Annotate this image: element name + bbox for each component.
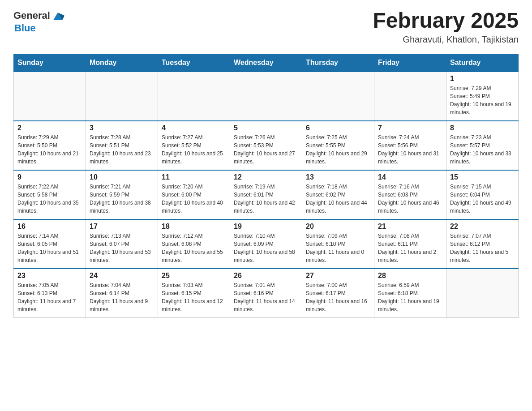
calendar-cell: 10Sunrise: 7:21 AMSunset: 5:59 PMDayligh…: [86, 170, 158, 219]
week-row-3: 9Sunrise: 7:22 AMSunset: 5:58 PMDaylight…: [14, 170, 519, 219]
day-info: Sunrise: 7:26 AMSunset: 5:53 PMDaylight:…: [234, 133, 298, 166]
calendar-cell: 7Sunrise: 7:24 AMSunset: 5:56 PMDaylight…: [374, 121, 446, 170]
day-number: 9: [17, 173, 82, 181]
calendar-cell: 15Sunrise: 7:15 AMSunset: 6:04 PMDayligh…: [446, 170, 519, 219]
day-number: 24: [90, 272, 154, 280]
week-row-4: 16Sunrise: 7:14 AMSunset: 6:05 PMDayligh…: [14, 219, 519, 269]
day-info: Sunrise: 7:20 AMSunset: 6:00 PMDaylight:…: [162, 183, 226, 215]
day-info: Sunrise: 7:29 AMSunset: 5:50 PMDaylight:…: [17, 133, 82, 166]
day-info: Sunrise: 7:09 AMSunset: 6:10 PMDaylight:…: [306, 232, 370, 264]
day-number: 14: [378, 173, 442, 181]
calendar-cell: 2Sunrise: 7:29 AMSunset: 5:50 PMDaylight…: [14, 121, 86, 170]
day-number: 2: [17, 124, 82, 132]
calendar-cell: [14, 72, 86, 121]
calendar-cell: 20Sunrise: 7:09 AMSunset: 6:10 PMDayligh…: [302, 219, 374, 269]
day-info: Sunrise: 7:23 AMSunset: 5:57 PMDaylight:…: [450, 133, 515, 166]
calendar-cell: 24Sunrise: 7:04 AMSunset: 6:14 PMDayligh…: [86, 269, 158, 318]
day-info: Sunrise: 7:27 AMSunset: 5:52 PMDaylight:…: [162, 133, 226, 166]
day-info: Sunrise: 7:00 AMSunset: 6:17 PMDaylight:…: [306, 281, 370, 313]
day-number: 20: [306, 223, 370, 231]
day-info: Sunrise: 7:21 AMSunset: 5:59 PMDaylight:…: [90, 183, 154, 215]
day-info: Sunrise: 7:07 AMSunset: 6:12 PMDaylight:…: [450, 232, 515, 264]
day-info: Sunrise: 7:15 AMSunset: 6:04 PMDaylight:…: [450, 183, 515, 215]
day-info: Sunrise: 6:59 AMSunset: 6:18 PMDaylight:…: [378, 281, 442, 313]
calendar-cell: 1Sunrise: 7:29 AMSunset: 5:49 PMDaylight…: [446, 72, 519, 121]
calendar-cell: 25Sunrise: 7:03 AMSunset: 6:15 PMDayligh…: [158, 269, 230, 318]
day-number: 13: [306, 173, 370, 181]
calendar-table: SundayMondayTuesdayWednesdayThursdayFrid…: [13, 54, 519, 318]
day-info: Sunrise: 7:22 AMSunset: 5:58 PMDaylight:…: [17, 183, 82, 215]
calendar-cell: 27Sunrise: 7:00 AMSunset: 6:17 PMDayligh…: [302, 269, 374, 318]
day-info: Sunrise: 7:10 AMSunset: 6:09 PMDaylight:…: [234, 232, 298, 264]
day-number: 8: [450, 124, 515, 132]
calendar-cell: 16Sunrise: 7:14 AMSunset: 6:05 PMDayligh…: [14, 219, 86, 269]
calendar-cell: 12Sunrise: 7:19 AMSunset: 6:01 PMDayligh…: [230, 170, 302, 219]
calendar-cell: [86, 72, 158, 121]
day-number: 18: [162, 223, 226, 231]
day-number: 12: [234, 173, 298, 181]
month-title: February 2025: [373, 9, 519, 33]
day-number: 17: [90, 223, 154, 231]
column-header-sunday: Sunday: [14, 54, 86, 72]
day-info: Sunrise: 7:04 AMSunset: 6:14 PMDaylight:…: [90, 281, 154, 313]
calendar-cell: 17Sunrise: 7:13 AMSunset: 6:07 PMDayligh…: [86, 219, 158, 269]
day-number: 16: [17, 223, 82, 231]
day-info: Sunrise: 7:05 AMSunset: 6:13 PMDaylight:…: [17, 281, 82, 313]
calendar-cell: [374, 72, 446, 121]
day-number: 22: [450, 223, 515, 231]
day-info: Sunrise: 7:01 AMSunset: 6:16 PMDaylight:…: [234, 281, 298, 313]
calendar-cell: 11Sunrise: 7:20 AMSunset: 6:00 PMDayligh…: [158, 170, 230, 219]
day-info: Sunrise: 7:08 AMSunset: 6:11 PMDaylight:…: [378, 232, 442, 264]
column-header-wednesday: Wednesday: [230, 54, 302, 72]
calendar-header-row: SundayMondayTuesdayWednesdayThursdayFrid…: [14, 54, 519, 72]
day-info: Sunrise: 7:24 AMSunset: 5:56 PMDaylight:…: [378, 133, 442, 166]
calendar-cell: [446, 269, 519, 318]
week-row-1: 1Sunrise: 7:29 AMSunset: 5:49 PMDaylight…: [14, 72, 519, 121]
calendar-cell: [158, 72, 230, 121]
location-title: Gharavuti, Khatlon, Tajikistan: [373, 34, 519, 45]
column-header-friday: Friday: [374, 54, 446, 72]
column-header-saturday: Saturday: [446, 54, 519, 72]
week-row-5: 23Sunrise: 7:05 AMSunset: 6:13 PMDayligh…: [14, 269, 519, 318]
day-info: Sunrise: 7:14 AMSunset: 6:05 PMDaylight:…: [17, 232, 82, 264]
day-info: Sunrise: 7:16 AMSunset: 6:03 PMDaylight:…: [378, 183, 442, 215]
calendar-cell: 22Sunrise: 7:07 AMSunset: 6:12 PMDayligh…: [446, 219, 519, 269]
day-number: 28: [378, 272, 442, 280]
calendar-cell: 4Sunrise: 7:27 AMSunset: 5:52 PMDaylight…: [158, 121, 230, 170]
day-info: Sunrise: 7:12 AMSunset: 6:08 PMDaylight:…: [162, 232, 226, 264]
day-info: Sunrise: 7:13 AMSunset: 6:07 PMDaylight:…: [90, 232, 154, 264]
day-info: Sunrise: 7:18 AMSunset: 6:02 PMDaylight:…: [306, 183, 370, 215]
logo-icon: [51, 9, 64, 22]
column-header-monday: Monday: [86, 54, 158, 72]
logo: General Blue: [13, 9, 64, 34]
day-number: 6: [306, 124, 370, 132]
calendar-cell: 13Sunrise: 7:18 AMSunset: 6:02 PMDayligh…: [302, 170, 374, 219]
day-number: 27: [306, 272, 370, 280]
day-number: 7: [378, 124, 442, 132]
day-info: Sunrise: 7:25 AMSunset: 5:55 PMDaylight:…: [306, 133, 370, 166]
day-number: 25: [162, 272, 226, 280]
page-header: General Blue February 2025 Gharavuti, Kh…: [13, 9, 519, 45]
calendar-cell: [230, 72, 302, 121]
calendar-cell: 21Sunrise: 7:08 AMSunset: 6:11 PMDayligh…: [374, 219, 446, 269]
calendar-cell: 26Sunrise: 7:01 AMSunset: 6:16 PMDayligh…: [230, 269, 302, 318]
column-header-thursday: Thursday: [302, 54, 374, 72]
calendar-cell: 14Sunrise: 7:16 AMSunset: 6:03 PMDayligh…: [374, 170, 446, 219]
calendar-cell: 3Sunrise: 7:28 AMSunset: 5:51 PMDaylight…: [86, 121, 158, 170]
column-header-tuesday: Tuesday: [158, 54, 230, 72]
day-info: Sunrise: 7:28 AMSunset: 5:51 PMDaylight:…: [90, 133, 154, 166]
day-number: 15: [450, 173, 515, 181]
day-number: 3: [90, 124, 154, 132]
day-number: 11: [162, 173, 226, 181]
calendar-cell: [302, 72, 374, 121]
week-row-2: 2Sunrise: 7:29 AMSunset: 5:50 PMDaylight…: [14, 121, 519, 170]
title-area: February 2025 Gharavuti, Khatlon, Tajiki…: [373, 9, 519, 45]
logo-blue-text: Blue: [14, 22, 36, 34]
day-number: 4: [162, 124, 226, 132]
calendar-cell: 6Sunrise: 7:25 AMSunset: 5:55 PMDaylight…: [302, 121, 374, 170]
day-info: Sunrise: 7:19 AMSunset: 6:01 PMDaylight:…: [234, 183, 298, 215]
day-number: 21: [378, 223, 442, 231]
calendar-cell: 23Sunrise: 7:05 AMSunset: 6:13 PMDayligh…: [14, 269, 86, 318]
calendar-cell: 8Sunrise: 7:23 AMSunset: 5:57 PMDaylight…: [446, 121, 519, 170]
logo-general-text: General: [13, 10, 50, 21]
